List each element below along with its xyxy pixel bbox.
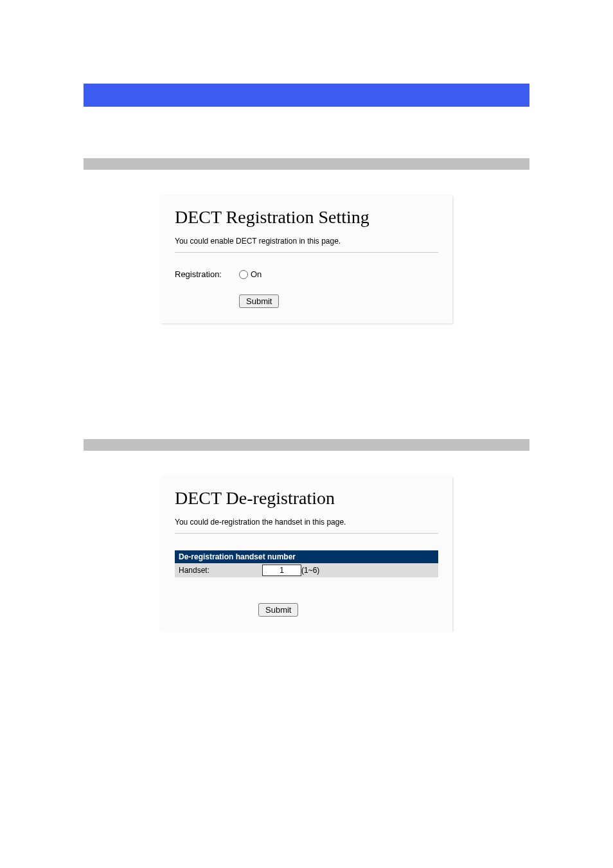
handset-row: Handset: (1~6) [175,563,438,577]
registration-on-radio[interactable]: On [239,269,262,279]
deregistration-panel: DECT De-registration You could de-regist… [161,476,452,632]
radio-on-label: On [251,269,262,279]
dereg-table-header: De-registration handset number [175,550,438,563]
registration-panel: DECT Registration Setting You could enab… [161,195,452,323]
section-divider-bar [84,158,529,170]
deregistration-description: You could de-registration the handset in… [175,518,438,527]
deregistration-title: DECT De-registration [175,488,438,509]
header-blue-bar [84,84,529,107]
separator [175,252,438,253]
handset-input[interactable] [262,565,301,576]
registration-submit-button[interactable]: Submit [239,294,279,308]
registration-title: DECT Registration Setting [175,207,438,228]
deregistration-submit-button[interactable]: Submit [258,603,298,617]
handset-label: Handset: [179,566,262,575]
registration-description: You could enable DECT registration in th… [175,237,438,246]
registration-label: Registration: [175,269,239,279]
radio-icon [239,270,248,279]
separator [175,533,438,534]
handset-range-hint: (1~6) [301,566,319,575]
section-divider-bar [84,439,529,451]
